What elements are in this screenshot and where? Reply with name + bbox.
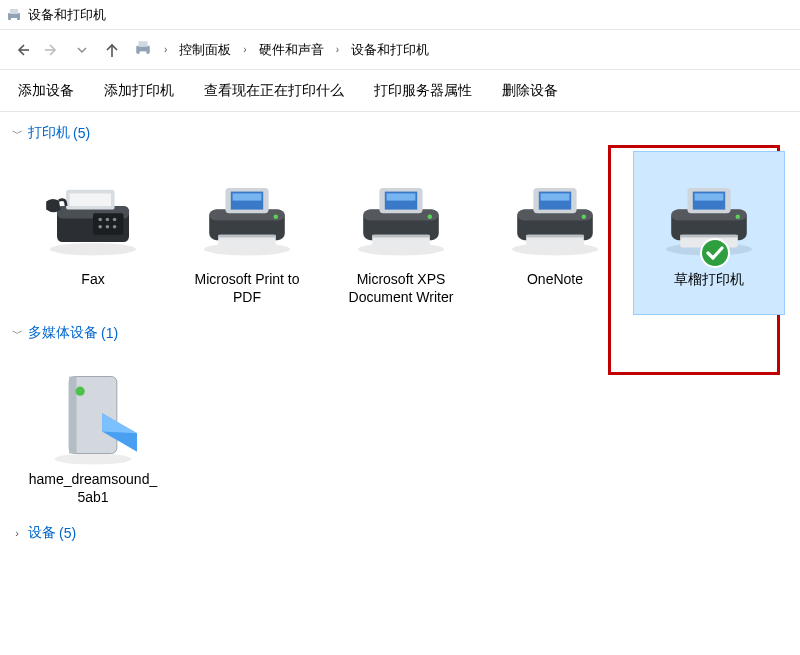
svg-rect-1 xyxy=(10,9,18,14)
group-label: 打印机 xyxy=(24,124,70,142)
svg-point-13 xyxy=(106,218,110,222)
svg-rect-10 xyxy=(70,193,111,206)
breadcrumb-item-1[interactable]: 硬件和声音 xyxy=(255,39,328,61)
arrow-right-icon xyxy=(44,42,60,58)
device-label: OneNote xyxy=(484,268,626,288)
svg-point-6 xyxy=(50,243,136,256)
printers-items: Fax Microsoft Print to PDF xyxy=(10,148,800,318)
title-bar: 设备和打印机 xyxy=(0,0,800,30)
svg-rect-4 xyxy=(139,41,148,47)
svg-point-59 xyxy=(76,387,85,396)
printer-icon xyxy=(346,170,456,260)
device-ms-print-pdf[interactable]: Microsoft Print to PDF xyxy=(172,152,322,314)
svg-rect-32 xyxy=(387,193,416,200)
media-device-icon xyxy=(38,360,148,470)
device-label: Microsoft XPS Document Writer xyxy=(330,268,472,306)
svg-point-55 xyxy=(55,454,132,465)
device-label: hame_dreamsound_5ab1 xyxy=(22,468,164,506)
cmd-add-printer[interactable]: 添加打印机 xyxy=(104,82,174,100)
svg-rect-43 xyxy=(526,235,584,238)
multimedia-items: hame_dreamsound_5ab1 xyxy=(10,348,800,518)
device-onenote[interactable]: OneNote xyxy=(480,152,630,314)
nav-back-button[interactable] xyxy=(10,38,34,62)
printer-icon xyxy=(500,170,610,260)
chevron-down-icon xyxy=(77,45,87,55)
command-bar: 添加设备 添加打印机 查看现在正在打印什么 打印服务器属性 删除设备 xyxy=(0,70,800,112)
svg-point-15 xyxy=(98,225,102,229)
group-count: (5) xyxy=(56,525,76,541)
svg-rect-25 xyxy=(218,235,276,238)
device-ms-xps[interactable]: Microsoft XPS Document Writer xyxy=(326,152,476,314)
svg-rect-2 xyxy=(11,18,17,21)
svg-rect-11 xyxy=(93,213,124,235)
svg-point-16 xyxy=(106,225,110,229)
nav-forward-button[interactable] xyxy=(40,38,64,62)
device-hame-dreamsound[interactable]: hame_dreamsound_5ab1 xyxy=(18,352,168,514)
breadcrumb-chevron-icon[interactable]: › xyxy=(162,44,169,55)
svg-point-26 xyxy=(274,215,279,220)
cmd-print-server-props[interactable]: 打印服务器属性 xyxy=(374,82,472,100)
svg-point-44 xyxy=(582,215,587,220)
content-area: ﹀ 打印机 (5) Fax xyxy=(0,112,800,548)
cmd-see-printing[interactable]: 查看现在正在打印什么 xyxy=(204,82,344,100)
cmd-add-device[interactable]: 添加设备 xyxy=(18,82,74,100)
device-label: Fax xyxy=(22,268,164,288)
svg-rect-23 xyxy=(233,193,262,200)
group-label: 设备 xyxy=(24,524,56,542)
svg-point-53 xyxy=(736,215,741,220)
arrow-up-icon xyxy=(104,42,120,58)
breadcrumb-item-0[interactable]: 控制面板 xyxy=(175,39,235,61)
expand-collapse-icon: ﹀ xyxy=(10,126,24,141)
breadcrumb-chevron-icon[interactable]: › xyxy=(334,44,341,55)
nav-bar: › 控制面板 › 硬件和声音 › 设备和打印机 xyxy=(0,30,800,70)
device-label: Microsoft Print to PDF xyxy=(176,268,318,306)
window-title: 设备和打印机 xyxy=(28,6,106,24)
svg-rect-34 xyxy=(372,235,430,238)
expand-collapse-icon: › xyxy=(10,527,24,539)
group-header-multimedia[interactable]: ﹀ 多媒体设备 (1) xyxy=(10,318,800,348)
breadcrumb-chevron-icon[interactable]: › xyxy=(241,44,248,55)
svg-rect-58 xyxy=(69,377,76,454)
devices-printers-app-icon xyxy=(6,7,22,23)
cmd-remove-device[interactable]: 删除设备 xyxy=(502,82,558,100)
svg-point-35 xyxy=(428,215,433,220)
group-header-devices[interactable]: › 设备 (5) xyxy=(10,518,800,548)
svg-point-17 xyxy=(113,225,117,229)
nav-recent-button[interactable] xyxy=(70,38,94,62)
group-header-printers[interactable]: ﹀ 打印机 (5) xyxy=(10,118,800,148)
default-check-icon xyxy=(699,237,731,272)
breadcrumb-item-2[interactable]: 设备和打印机 xyxy=(347,39,433,61)
printer-icon xyxy=(192,170,302,260)
svg-point-14 xyxy=(113,218,117,222)
group-count: (5) xyxy=(70,125,90,141)
device-caolu-printer[interactable]: 草榴打印机 xyxy=(634,152,784,314)
svg-rect-50 xyxy=(695,193,724,200)
svg-rect-41 xyxy=(541,193,570,200)
expand-collapse-icon: ﹀ xyxy=(10,326,24,341)
group-label: 多媒体设备 xyxy=(24,324,98,342)
devices-printers-icon xyxy=(134,39,152,57)
svg-point-12 xyxy=(98,218,102,222)
svg-rect-5 xyxy=(140,51,147,54)
svg-point-54 xyxy=(701,239,729,267)
device-fax[interactable]: Fax xyxy=(18,152,168,314)
arrow-left-icon xyxy=(14,42,30,58)
address-icon xyxy=(134,39,152,60)
group-count: (1) xyxy=(98,325,118,341)
fax-icon xyxy=(38,170,148,260)
nav-up-button[interactable] xyxy=(100,38,124,62)
